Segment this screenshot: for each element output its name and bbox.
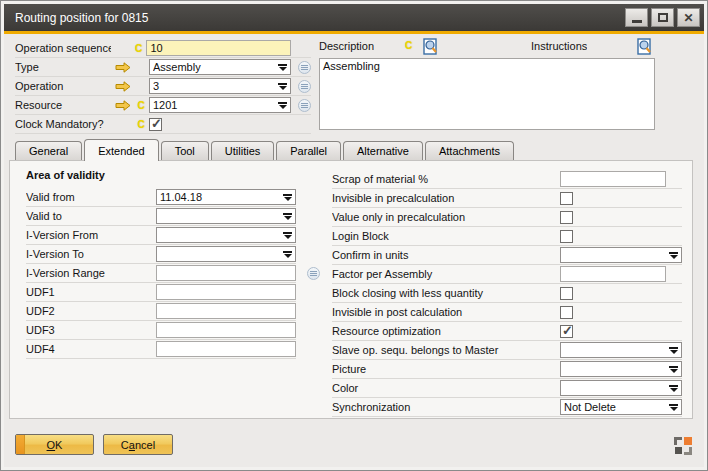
clock-mandatory-checkbox[interactable] xyxy=(149,118,162,131)
valid-from-value: 11.04.18 xyxy=(160,191,283,203)
title-bar[interactable]: Routing position for 0815 ✕ xyxy=(4,4,704,31)
factor-per-assembly-input[interactable] xyxy=(560,266,666,282)
type-dropdown[interactable]: Assembly xyxy=(149,59,291,75)
slave-op-sequ-label: Slave op. sequ. belongs to Master xyxy=(332,344,560,356)
area-of-validity-title: Area of validity xyxy=(26,169,105,181)
block-closing-label: Block closing with less quantity xyxy=(332,287,560,299)
picture-dropdown[interactable] xyxy=(560,361,682,377)
valid-from-label: Valid from xyxy=(26,191,156,203)
description-expand-editor-icon[interactable] xyxy=(423,38,438,59)
description-label: Description xyxy=(319,40,374,52)
close-icon: ✕ xyxy=(683,12,693,24)
type-row: Type Assembly xyxy=(15,58,311,77)
close-button[interactable]: ✕ xyxy=(677,8,700,27)
invisible-in-precalculation-row: Invisible in precalculation xyxy=(332,189,682,208)
chevron-down-icon xyxy=(669,252,678,259)
invisible-in-precalculation-checkbox[interactable] xyxy=(560,192,573,205)
resource-edit-icon[interactable] xyxy=(298,99,311,112)
slave-op-sequ-row: Slave op. sequ. belongs to Master xyxy=(332,341,682,360)
udf3-input[interactable] xyxy=(156,322,296,338)
mandatory-marker: C xyxy=(137,119,144,130)
color-dropdown[interactable] xyxy=(560,380,682,396)
udf4-input[interactable] xyxy=(156,341,296,357)
resource-optimization-label: Resource optimization xyxy=(332,325,560,337)
udf2-label: UDF2 xyxy=(26,305,156,317)
udf2-row: UDF2 xyxy=(26,302,296,321)
value-only-in-precalculation-label: Value only in precalculation xyxy=(332,211,560,223)
instructions-label: Instructions xyxy=(531,40,587,52)
maximize-button[interactable] xyxy=(651,8,674,27)
tab-utilities[interactable]: Utilities xyxy=(211,141,274,160)
block-closing-checkbox[interactable] xyxy=(560,287,573,300)
resource-optimization-checkbox[interactable] xyxy=(560,325,573,338)
operation-label: Operation xyxy=(15,80,113,92)
tab-tool[interactable]: Tool xyxy=(161,141,209,160)
minimize-icon xyxy=(632,20,642,23)
cancel-button[interactable]: Cancel xyxy=(103,434,173,455)
link-arrow-icon[interactable] xyxy=(115,81,131,92)
resource-row: Resource C 1201 xyxy=(15,96,311,115)
link-arrow-icon[interactable] xyxy=(115,62,131,73)
chevron-down-icon xyxy=(278,102,287,109)
iversion-range-row: I-Version Range xyxy=(26,264,296,283)
operation-dropdown[interactable]: 3 xyxy=(149,78,291,94)
synchronization-value: Not Delete xyxy=(564,401,669,413)
chevron-down-icon xyxy=(283,194,292,201)
tab-extended[interactable]: Extended xyxy=(84,139,158,161)
tab-parallel[interactable]: Parallel xyxy=(276,141,341,160)
window-title: Routing position for 0815 xyxy=(15,11,148,25)
resize-form-icon[interactable] xyxy=(674,437,692,455)
iversion-from-dropdown[interactable] xyxy=(156,227,296,243)
iversion-range-edit-icon[interactable] xyxy=(307,267,320,280)
clock-mandatory-label: Clock Mandatory? xyxy=(15,118,113,130)
value-only-in-precalculation-checkbox[interactable] xyxy=(560,211,573,224)
confirm-in-units-row: Confirm in units xyxy=(332,246,682,265)
login-block-label: Login Block xyxy=(332,230,560,242)
resource-value: 1201 xyxy=(153,99,278,111)
tab-general[interactable]: General xyxy=(15,141,82,160)
value-only-in-precalculation-row: Value only in precalculation xyxy=(332,208,682,227)
scrap-of-material-input[interactable] xyxy=(560,171,666,187)
udf4-label: UDF4 xyxy=(26,343,156,355)
chevron-down-icon xyxy=(278,64,287,71)
invisible-in-post-calculation-checkbox[interactable] xyxy=(560,306,573,319)
ok-button[interactable]: OK xyxy=(15,434,94,455)
iversion-to-label: I-Version To xyxy=(26,248,156,260)
operation-row: Operation 3 xyxy=(15,77,311,96)
chevron-down-icon xyxy=(669,385,678,392)
block-closing-row: Block closing with less quantity xyxy=(332,284,682,303)
valid-from-row: Valid from 11.04.18 xyxy=(26,188,296,207)
valid-from-dropdown[interactable]: 11.04.18 xyxy=(156,189,296,205)
scrap-of-material-row: Scrap of material % xyxy=(332,170,682,189)
udf2-input[interactable] xyxy=(156,303,296,319)
resource-label: Resource xyxy=(15,99,113,111)
login-block-checkbox[interactable] xyxy=(560,230,573,243)
picture-row: Picture xyxy=(332,360,682,379)
operation-edit-icon[interactable] xyxy=(298,80,311,93)
header-form: Operation sequence C Type Assembly Opera… xyxy=(15,39,311,134)
type-edit-icon[interactable] xyxy=(298,61,311,74)
slave-op-sequ-dropdown[interactable] xyxy=(560,342,682,358)
resource-dropdown[interactable]: 1201 xyxy=(149,97,291,113)
synchronization-dropdown[interactable]: Not Delete xyxy=(560,399,682,415)
window-controls: ✕ xyxy=(625,8,704,27)
valid-to-dropdown[interactable] xyxy=(156,208,296,224)
type-value: Assembly xyxy=(153,61,278,73)
instructions-expand-editor-icon[interactable] xyxy=(637,38,652,59)
iversion-from-row: I-Version From xyxy=(26,226,296,245)
tab-attachments[interactable]: Attachments xyxy=(425,141,514,160)
operation-sequence-input[interactable] xyxy=(146,40,291,56)
tab-alternative[interactable]: Alternative xyxy=(343,141,423,160)
iversion-range-input[interactable] xyxy=(156,265,296,281)
iversion-to-dropdown[interactable] xyxy=(156,246,296,262)
invisible-in-post-calculation-label: Invisible in post calculation xyxy=(332,306,560,318)
tab-strip: General Extended Tool Utilities Parallel… xyxy=(15,139,516,160)
mandatory-marker: C xyxy=(405,40,412,51)
description-textarea[interactable]: Assembling xyxy=(319,58,655,130)
minimize-button[interactable] xyxy=(625,8,648,27)
description-header: Description C Instructions xyxy=(319,40,655,56)
accent-line xyxy=(4,31,704,34)
link-arrow-icon[interactable] xyxy=(115,100,131,111)
confirm-in-units-dropdown[interactable] xyxy=(560,247,682,263)
udf1-input[interactable] xyxy=(156,284,296,300)
